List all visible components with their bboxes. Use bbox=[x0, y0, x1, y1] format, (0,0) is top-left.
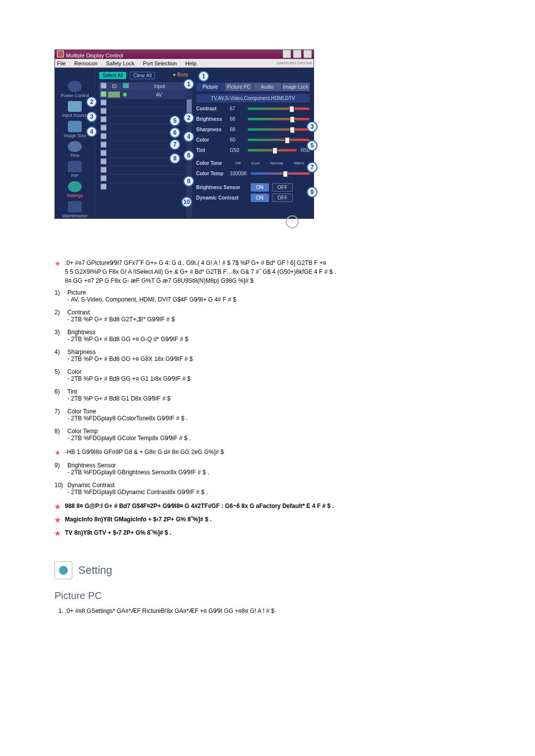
row-checkbox[interactable] bbox=[101, 142, 107, 148]
callout-mid-7: 7 bbox=[169, 139, 180, 150]
table-row[interactable] bbox=[99, 174, 188, 183]
colortemp-label: Color Temp bbox=[196, 171, 230, 176]
brightness-slider[interactable] bbox=[248, 118, 310, 120]
sidebar-pip[interactable]: PIP bbox=[71, 173, 79, 178]
callout-r8: 8 bbox=[183, 176, 194, 187]
colortemp-slider[interactable] bbox=[251, 172, 310, 175]
callout-mid-6: 6 bbox=[169, 127, 180, 138]
col-input: Input bbox=[131, 84, 188, 89]
maintenance-icon[interactable] bbox=[68, 201, 82, 212]
row-checkbox[interactable] bbox=[101, 91, 107, 97]
minimize-icon[interactable] bbox=[283, 50, 291, 58]
tint-slider[interactable] bbox=[248, 149, 297, 151]
image-icon[interactable] bbox=[68, 121, 82, 132]
menu-safetylock[interactable]: Safety Lock bbox=[106, 60, 134, 66]
settings-icon[interactable] bbox=[68, 181, 82, 193]
dynamic-on[interactable]: ON bbox=[251, 194, 269, 202]
menu-remocon[interactable]: Remocon bbox=[74, 60, 98, 66]
table-row[interactable] bbox=[99, 107, 188, 115]
row-checkbox[interactable] bbox=[101, 150, 107, 156]
callout-mid-5: 5 bbox=[169, 115, 180, 126]
sidebar-power[interactable]: Power Control bbox=[60, 93, 89, 98]
col-status-icon bbox=[123, 83, 129, 88]
select-all-button[interactable]: Select All bbox=[99, 72, 126, 79]
star1-l1: :0+ #¤7 GPicture9⁄9I7 GFx7˝F G+» G 4: G … bbox=[65, 258, 336, 267]
row-checkbox[interactable] bbox=[101, 175, 107, 181]
source-icon[interactable] bbox=[68, 101, 82, 112]
table-row[interactable] bbox=[99, 166, 188, 174]
power-icon[interactable] bbox=[68, 81, 82, 92]
body-text: ★ :0+ #¤7 GPicture9⁄9I7 GFx7˝F G+» G 4: … bbox=[54, 258, 500, 614]
star-icon: ★ bbox=[54, 528, 61, 539]
contrast-label: Contrast bbox=[196, 106, 230, 111]
tint-value-l: G50 bbox=[230, 148, 248, 153]
row-checkbox[interactable] bbox=[101, 184, 107, 190]
table-row[interactable] bbox=[99, 99, 188, 107]
section-title: Setting bbox=[78, 564, 112, 577]
brightsensor-off[interactable]: OFF bbox=[272, 183, 293, 192]
callout-r3: 3 bbox=[307, 121, 318, 132]
brightness-label: Brightness bbox=[196, 116, 230, 122]
col-id: ID bbox=[108, 84, 121, 89]
star-icon: ★ bbox=[54, 502, 61, 512]
star3: MagicInfo 8n)Y8t GMagicInfo + $‹7 2P+ G%… bbox=[65, 515, 212, 524]
contrast-slider[interactable] bbox=[248, 107, 310, 110]
row-checkbox[interactable] bbox=[101, 125, 107, 131]
tint-label: Tint bbox=[196, 148, 230, 153]
table-row[interactable] bbox=[99, 183, 188, 191]
tab-picture[interactable]: Picture bbox=[196, 83, 224, 91]
menu-help[interactable]: Help bbox=[185, 60, 197, 66]
sidebar-image[interactable]: Image Size bbox=[63, 133, 86, 138]
sidebar-settings[interactable]: Settings bbox=[67, 193, 83, 198]
title-bar: Multiple Display Control bbox=[55, 50, 314, 59]
app-icon bbox=[57, 50, 64, 57]
row-checkbox[interactable] bbox=[101, 116, 107, 122]
callout-r6: 6 bbox=[183, 150, 194, 161]
color-slider[interactable] bbox=[248, 139, 310, 141]
list-item: 7)Color Tone- 2TB %FDGplay8 GColorTone8x… bbox=[54, 408, 500, 422]
tab-picturepc[interactable]: Picture PC bbox=[225, 83, 253, 91]
brightsensor-on[interactable]: ON bbox=[251, 183, 269, 192]
star2: 988 8¤ G@P:I G+ # Bd7 G$4F¤2P+ G9⁄9I8¤ G… bbox=[65, 502, 334, 510]
callout-r9: 9 bbox=[307, 187, 318, 198]
list-item: 2)Contrast- 2TB %P G+ # Bd8 G2T+„$!* G9⁄… bbox=[54, 309, 500, 323]
row-checkbox[interactable] bbox=[101, 167, 107, 173]
row-checkbox[interactable] bbox=[101, 100, 107, 105]
clear-all-button[interactable]: Clear All bbox=[130, 72, 155, 79]
sidebar-time[interactable]: Time bbox=[70, 153, 80, 158]
tone-warm[interactable]: Warm bbox=[294, 161, 304, 165]
menu-portselection[interactable]: Port Selection bbox=[143, 60, 176, 66]
tone-off[interactable]: Off bbox=[235, 161, 241, 165]
colortone-options[interactable]: Off Cool Normal Warm bbox=[230, 161, 310, 165]
close-icon[interactable] bbox=[304, 50, 312, 58]
tab-audio[interactable]: Audio bbox=[253, 83, 281, 91]
row-input: AV bbox=[130, 92, 188, 98]
tone-cool[interactable]: Cool bbox=[251, 161, 259, 165]
row-checkbox[interactable] bbox=[101, 133, 107, 139]
maximize-icon[interactable] bbox=[293, 50, 301, 58]
info-icon: ! bbox=[286, 215, 299, 228]
pip-icon[interactable] bbox=[68, 161, 82, 172]
table-row[interactable]: AV bbox=[99, 90, 188, 99]
sidebar-maint[interactable]: Maintenance bbox=[62, 213, 88, 218]
sidebar-input[interactable]: Input Source bbox=[62, 113, 87, 118]
sub-title: Picture PC bbox=[54, 590, 500, 602]
tone-normal[interactable]: Normal bbox=[270, 161, 283, 165]
colortemp-value: 10000K bbox=[230, 171, 251, 176]
tab-imagelock[interactable]: Image Lock bbox=[282, 83, 310, 91]
callout-r2: 2 bbox=[183, 112, 194, 123]
callout-r7: 7 bbox=[307, 162, 318, 173]
table-header: ID Input bbox=[99, 82, 188, 90]
row-checkbox[interactable] bbox=[101, 108, 107, 114]
picture-panel: 1 Picture Picture PC Audio Image Lock TV… bbox=[192, 68, 314, 218]
menu-file[interactable]: File bbox=[57, 60, 66, 66]
sharpness-slider[interactable] bbox=[248, 128, 310, 131]
time-icon[interactable] bbox=[68, 141, 82, 152]
star-icon: ★ bbox=[54, 258, 61, 269]
list-item: 1)Picture- AV, S-Video, Component, HDMI,… bbox=[54, 289, 500, 303]
list-item: 8)Color Temp- 2TB %FDGplay8 GColor Temp8… bbox=[54, 428, 500, 442]
busy-indicator: Busy bbox=[173, 72, 188, 77]
row-checkbox[interactable] bbox=[101, 158, 107, 164]
dynamic-off[interactable]: OFF bbox=[272, 194, 293, 202]
check-all[interactable] bbox=[101, 83, 107, 89]
